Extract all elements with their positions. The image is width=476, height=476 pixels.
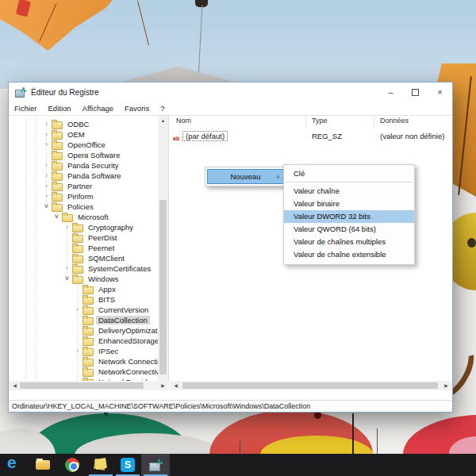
tree-item-cryptography[interactable]: ›Cryptography	[9, 222, 158, 232]
submenu-item-valeur-de-cha-ne-extensible[interactable]: Valeur de chaîne extensible	[284, 248, 414, 261]
tree-item-ipsec[interactable]: ›IPSec	[9, 346, 158, 356]
tree-item-label: NetworkConnectivityStatusIndicator	[96, 367, 158, 376]
taskbar-item-chrome[interactable]	[58, 454, 86, 476]
column-separator[interactable]	[305, 116, 306, 128]
tree-item-currentversion[interactable]: ›CurrentVersion	[9, 305, 158, 315]
scrollbar-thumb[interactable]	[182, 382, 438, 389]
folder-icon	[83, 316, 94, 324]
tree-item-panda-security[interactable]: ›Panda Security	[9, 160, 158, 171]
tree-item-label: DataCollection	[96, 316, 150, 324]
column-header-data[interactable]: Données	[380, 117, 409, 125]
folder-icon	[52, 140, 63, 148]
submenu-item-valeur-binaire[interactable]: Valeur binaire	[284, 198, 414, 210]
menu-fichier[interactable]: Fichier	[14, 104, 37, 113]
tree-item-enhancedstoragedevices[interactable]: EnhancedStorageDevices	[9, 336, 158, 346]
taskbar-item-regedit[interactable]	[141, 454, 170, 476]
tree-item-label: Windows	[86, 274, 121, 283]
taskbar-item-skype[interactable]	[113, 454, 142, 476]
scroll-up-icon[interactable]: ▲	[158, 116, 168, 125]
menu-[interactable]: ?	[160, 104, 164, 113]
skype-icon	[121, 458, 135, 472]
string-value-icon: ab	[173, 133, 179, 144]
expand-icon[interactable]: ›	[41, 140, 52, 150]
collapse-icon[interactable]: ˅	[41, 202, 52, 212]
scroll-right-icon[interactable]: ▶	[441, 381, 451, 390]
tree-item-microsoft[interactable]: ˅Microsoft	[9, 212, 158, 222]
collapse-icon[interactable]: ˅	[52, 212, 62, 222]
tree-item-piriform[interactable]: ›Piriform	[9, 191, 158, 202]
tree-item-panda-software[interactable]: ›Panda Software	[9, 171, 158, 181]
folder-icon	[52, 161, 63, 169]
submenu-item-cl[interactable]: Clé	[284, 167, 414, 180]
scroll-left-icon[interactable]: ◀	[171, 381, 181, 390]
tree-item-deliveryoptimization[interactable]: DeliveryOptimization	[9, 325, 158, 336]
folder-icon	[62, 213, 73, 221]
taskbar-item-edge[interactable]	[0, 454, 28, 476]
expand-icon[interactable]: ›	[41, 181, 52, 191]
tree-item-oem[interactable]: ›OEM	[9, 129, 158, 140]
folder-icon	[52, 151, 63, 159]
menu-affichage[interactable]: Affichage	[83, 104, 113, 113]
list-horizontal-scrollbar[interactable]: ◀ ▶	[170, 381, 452, 390]
tree-horizontal-scrollbar[interactable]: ◀ ▶	[9, 381, 169, 390]
expand-icon[interactable]: ›	[41, 129, 52, 140]
folder-icon	[83, 347, 94, 355]
tree-item-peernet[interactable]: Peernet	[9, 243, 158, 253]
expand-icon[interactable]: ›	[62, 222, 72, 232]
tree-item-label: Partner	[65, 182, 94, 190]
expand-icon[interactable]: ›	[41, 191, 52, 202]
tree-item-label: OEM	[65, 130, 87, 139]
scrollbar-thumb[interactable]	[20, 382, 144, 389]
tree-item-label: Microsoft	[75, 213, 111, 221]
taskbar-item-notes[interactable]	[86, 454, 115, 476]
expand-icon[interactable]: ›	[72, 305, 83, 315]
submenu-item-valeur-qword-64-bits[interactable]: Valeur QWORD (64 bits)	[284, 223, 414, 236]
umbrella-pole	[352, 413, 354, 454]
submenu-item-valeur-cha-ne[interactable]: Valeur chaîne	[284, 185, 414, 198]
expand-icon[interactable]: ›	[62, 263, 72, 274]
tree-item-sqmclient[interactable]: SQMClient	[9, 253, 158, 263]
minimize-button[interactable]: –	[378, 83, 403, 102]
menu-edition[interactable]: Edition	[48, 104, 71, 113]
scrollbar-thumb[interactable]	[159, 200, 167, 374]
maximize-button[interactable]	[403, 83, 428, 102]
tree-vertical-scrollbar[interactable]: ▲ ▼	[158, 116, 168, 390]
tree-item-networkconnectivitystatusindicator[interactable]: NetworkConnectivityStatusIndicator	[9, 367, 158, 377]
tree-item-appx[interactable]: Appx	[9, 284, 158, 294]
tree-item-odbc[interactable]: ›ODBC	[9, 119, 158, 129]
taskbar-item-explorer[interactable]	[29, 454, 57, 476]
close-button[interactable]: ×	[428, 83, 452, 102]
tree-item-bits[interactable]: BITS	[9, 294, 158, 305]
column-header-type[interactable]: Type	[312, 117, 328, 125]
context-menu: Nouveau›	[205, 167, 286, 186]
scroll-left-icon[interactable]: ◀	[10, 381, 20, 390]
tree-item-datacollection[interactable]: DataCollection	[9, 315, 158, 325]
submenu-item-valeur-dword-32-bits[interactable]: Valeur DWORD 32 bits	[284, 210, 414, 223]
tree-item-opera-software[interactable]: Opera Software	[9, 150, 158, 160]
list-item[interactable]: ab(par défaut)REG_SZ(valeur non définie)	[170, 131, 452, 142]
tree-item-label: CurrentVersion	[96, 305, 151, 314]
column-header-name[interactable]: Nom	[176, 117, 191, 125]
expand-icon[interactable]: ›	[72, 346, 83, 356]
tree-item-partner[interactable]: ›Partner	[9, 181, 158, 191]
tree-item-peerdist[interactable]: PeerDist	[9, 232, 158, 243]
explorer-icon	[36, 458, 50, 472]
scroll-right-icon[interactable]: ▶	[158, 381, 168, 390]
context-menu-item-nouveau[interactable]: Nouveau›	[207, 169, 284, 184]
tree-item-policies[interactable]: ˅Policies	[9, 202, 158, 212]
menu-separator	[286, 182, 413, 182]
expand-icon[interactable]: ›	[41, 171, 52, 181]
column-separator[interactable]	[374, 116, 374, 128]
tree-item-openoffice[interactable]: ›OpenOffice	[9, 140, 158, 150]
tree-item-systemcertificates[interactable]: ›SystemCertificates	[9, 263, 158, 274]
title-bar[interactable]: Éditeur du Registre – ×	[9, 83, 452, 102]
folder-icon	[72, 244, 83, 251]
regedit-icon	[15, 86, 26, 98]
collapse-icon[interactable]: ˅	[62, 274, 72, 284]
expand-icon[interactable]: ›	[41, 119, 52, 129]
submenu-item-valeur-de-cha-nes-multiples[interactable]: Valeur de chaînes multiples	[284, 236, 414, 248]
menu-favoris[interactable]: Favoris	[125, 104, 149, 113]
tree-item-network-connections[interactable]: Network Connections	[9, 356, 158, 367]
tree-item-windows[interactable]: ˅Windows	[9, 274, 158, 284]
expand-icon[interactable]: ›	[41, 160, 52, 171]
